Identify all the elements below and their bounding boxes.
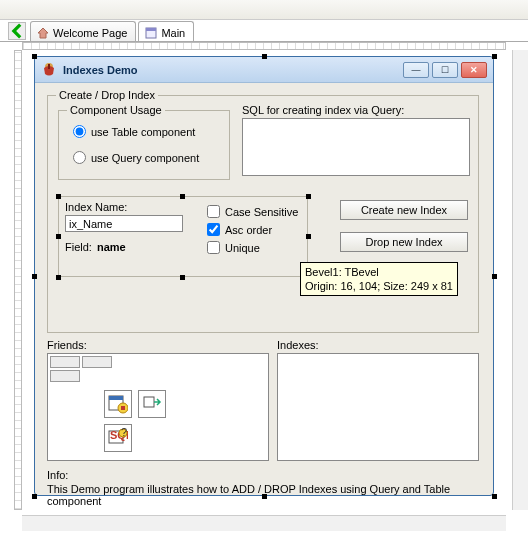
button-label: Drop new Index bbox=[365, 236, 442, 248]
tab-label: Welcome Page bbox=[53, 27, 127, 39]
selection-handle[interactable] bbox=[492, 274, 497, 279]
create-index-button[interactable]: Create new Index bbox=[340, 200, 468, 220]
index-name-input[interactable] bbox=[65, 215, 183, 232]
selection-handle[interactable] bbox=[56, 275, 61, 280]
tab-welcome[interactable]: Welcome Page bbox=[30, 21, 136, 41]
svg-text:?: ? bbox=[121, 428, 127, 438]
check-unique[interactable]: Unique bbox=[207, 241, 260, 254]
selection-handle[interactable] bbox=[180, 275, 185, 280]
check-case-sensitive[interactable]: Case Sensitive bbox=[207, 205, 298, 218]
radio-use-table[interactable]: use Table component bbox=[73, 125, 195, 138]
radio-label: use Query component bbox=[91, 152, 199, 164]
sql-label: SQL for creating index via Query: bbox=[242, 104, 404, 116]
svg-rect-8 bbox=[144, 397, 154, 407]
nav-back-button[interactable] bbox=[8, 22, 26, 40]
check-asc-order[interactable]: Asc order bbox=[207, 223, 272, 236]
titlebar[interactable]: Indexes Demo — ☐ ✕ bbox=[35, 57, 493, 83]
svg-rect-1 bbox=[146, 28, 156, 31]
ruler-vertical bbox=[14, 50, 22, 510]
app-icon bbox=[41, 62, 57, 78]
group-create-drop: Create / Drop Index Component Usage use … bbox=[47, 95, 479, 333]
query-component-icon[interactable]: SQL? bbox=[104, 424, 132, 452]
selection-handle[interactable] bbox=[262, 494, 267, 499]
tab-main[interactable]: Main bbox=[138, 21, 194, 41]
info-label: Info: bbox=[47, 469, 68, 481]
home-icon bbox=[37, 27, 49, 39]
ruler-horizontal bbox=[22, 42, 506, 50]
table-component-icon[interactable] bbox=[104, 390, 132, 418]
svg-rect-5 bbox=[109, 396, 123, 400]
designer-canvas[interactable]: Indexes Demo — ☐ ✕ Create / Drop Index C… bbox=[22, 50, 506, 510]
selection-handle[interactable] bbox=[32, 274, 37, 279]
window-title: Indexes Demo bbox=[63, 64, 403, 76]
ide-toolbar bbox=[0, 0, 528, 20]
group-legend: Create / Drop Index bbox=[56, 89, 158, 101]
scrollbar-horizontal[interactable] bbox=[22, 515, 506, 531]
checkbox-label: Asc order bbox=[225, 224, 272, 236]
index-name-label: Index Name: bbox=[65, 201, 127, 213]
field-value: name bbox=[97, 241, 126, 253]
radio-use-query[interactable]: use Query component bbox=[73, 151, 199, 164]
checkbox-input[interactable] bbox=[207, 241, 220, 254]
field-label: Field: bbox=[65, 241, 92, 253]
selection-handle[interactable] bbox=[306, 234, 311, 239]
selection-handle[interactable] bbox=[492, 54, 497, 59]
button-label: Create new Index bbox=[361, 204, 447, 216]
checkbox-label: Case Sensitive bbox=[225, 206, 298, 218]
checkbox-input[interactable] bbox=[207, 205, 220, 218]
close-button[interactable]: ✕ bbox=[461, 62, 487, 78]
datasource-component-icon[interactable] bbox=[138, 390, 166, 418]
selection-handle[interactable] bbox=[492, 494, 497, 499]
svg-rect-7 bbox=[121, 406, 125, 410]
tab-label: Main bbox=[161, 27, 185, 39]
selection-handle[interactable] bbox=[56, 194, 61, 199]
svg-rect-3 bbox=[48, 64, 50, 69]
friends-label: Friends: bbox=[47, 339, 87, 351]
radio-label: use Table component bbox=[91, 126, 195, 138]
selection-handle[interactable] bbox=[262, 54, 267, 59]
indexes-label: Indexes: bbox=[277, 339, 319, 351]
grid-header bbox=[48, 354, 114, 384]
indexes-listbox[interactable] bbox=[277, 353, 479, 461]
editor-tabstrip: Welcome Page Main bbox=[0, 20, 528, 42]
checkbox-label: Unique bbox=[225, 242, 260, 254]
form-icon bbox=[145, 27, 157, 39]
checkbox-input[interactable] bbox=[207, 223, 220, 236]
friends-grid[interactable]: SQL? bbox=[47, 353, 269, 461]
sql-textarea[interactable] bbox=[242, 118, 470, 176]
selection-handle[interactable] bbox=[306, 194, 311, 199]
bevel-panel[interactable]: Index Name: Field: name Case Sensitive A… bbox=[58, 196, 308, 277]
toolbar-icon bbox=[4, 2, 20, 18]
drop-index-button[interactable]: Drop new Index bbox=[340, 232, 468, 252]
minimize-button[interactable]: — bbox=[403, 62, 429, 78]
selection-handle[interactable] bbox=[56, 234, 61, 239]
selection-handle[interactable] bbox=[32, 494, 37, 499]
scrollbar-vertical[interactable] bbox=[512, 50, 528, 510]
maximize-button[interactable]: ☐ bbox=[432, 62, 458, 78]
radio-input[interactable] bbox=[73, 151, 86, 164]
group-legend: Component Usage bbox=[67, 104, 165, 116]
group-component-usage: Component Usage use Table component use … bbox=[58, 110, 230, 180]
selection-handle[interactable] bbox=[180, 194, 185, 199]
selection-handle[interactable] bbox=[32, 54, 37, 59]
hint-tooltip: Bevel1: TBevel Origin: 16, 104; Size: 24… bbox=[300, 262, 458, 296]
radio-input[interactable] bbox=[73, 125, 86, 138]
